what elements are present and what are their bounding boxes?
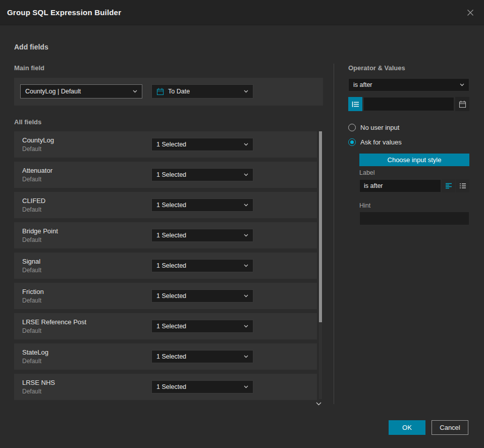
divider <box>334 64 334 404</box>
field-selected-dropdown-label: 1 Selected <box>156 353 186 360</box>
operator-values-heading: Operator & Values <box>348 64 405 72</box>
field-selected-dropdown-label: 1 Selected <box>156 323 186 330</box>
operator-dropdown-value: is after <box>353 81 372 88</box>
chevron-down-icon <box>244 143 248 146</box>
chevron-down-icon <box>244 385 248 388</box>
radio-icon <box>348 138 356 146</box>
field-selected-dropdown-label: 1 Selected <box>156 232 186 239</box>
field-row: Attenuator Default 1 Selected <box>14 162 317 188</box>
field-row: StateLog Default 1 Selected <box>14 343 317 370</box>
field-selected-dropdown[interactable]: 1 Selected <box>151 380 253 393</box>
field-selected-dropdown-label: 1 Selected <box>156 171 186 178</box>
chevron-down-icon <box>244 264 248 267</box>
field-selected-dropdown-label: 1 Selected <box>156 202 186 209</box>
main-field-dropdown-value: CountyLog | Default <box>25 88 81 95</box>
field-selected-dropdown[interactable]: 1 Selected <box>151 229 253 242</box>
radio-no-user-input[interactable]: No user input <box>348 124 399 131</box>
field-row: Signal Default 1 Selected <box>14 253 317 279</box>
field-selected-dropdown[interactable]: 1 Selected <box>151 259 253 272</box>
cancel-button[interactable]: Cancel <box>432 420 468 435</box>
chevron-down-icon <box>460 83 464 86</box>
field-selected-dropdown[interactable]: 1 Selected <box>151 198 253 212</box>
scrollbar-thumb[interactable] <box>319 131 322 322</box>
values-list-button[interactable] <box>348 97 362 111</box>
radio-label: No user input <box>360 124 399 131</box>
field-selected-dropdown-label: 1 Selected <box>156 292 186 300</box>
ok-button[interactable]: OK <box>389 420 425 435</box>
calendar-icon <box>459 101 466 108</box>
chevron-down-icon <box>244 325 248 328</box>
all-fields-label: All fields <box>14 118 41 126</box>
input-style-single-button[interactable] <box>442 179 455 192</box>
date-type-dropdown[interactable]: To Date <box>151 84 253 98</box>
main-field-panel: CountyLog | Default To Date <box>14 78 323 106</box>
field-row: CLIFED Default 1 Selected <box>14 192 317 218</box>
choose-input-style-button[interactable]: Choose input style <box>359 154 469 166</box>
operator-dropdown[interactable]: is after <box>348 78 469 91</box>
radio-ask-for-values[interactable]: Ask for values <box>348 138 402 146</box>
date-type-dropdown-value: To Date <box>168 88 190 95</box>
align-left-icon <box>445 183 452 189</box>
field-selected-dropdown-label: 1 Selected <box>156 262 186 269</box>
chevron-down-icon <box>244 173 248 176</box>
close-icon[interactable] <box>465 7 476 18</box>
hint-label: Hint <box>359 202 370 209</box>
radio-label: Ask for values <box>360 138 402 146</box>
field-selected-dropdown[interactable]: 1 Selected <box>151 138 253 151</box>
group-sql-expression-builder-dialog: Group SQL Expression Builder Add fields … <box>0 0 484 448</box>
field-selected-dropdown[interactable]: 1 Selected <box>151 168 253 181</box>
bulleted-list-icon <box>459 183 466 189</box>
dialog-title: Group SQL Expression Builder <box>7 8 121 17</box>
label-label: Label <box>359 169 375 176</box>
chevron-down-icon <box>244 294 248 297</box>
field-selected-dropdown-label: 1 Selected <box>156 383 186 390</box>
hint-input[interactable] <box>359 212 469 225</box>
chevron-down-icon <box>244 234 248 237</box>
field-row: CountyLog Default 1 Selected <box>14 131 317 158</box>
field-selected-dropdown[interactable]: 1 Selected <box>151 320 253 333</box>
scroll-down-chevron-icon[interactable] <box>316 399 321 408</box>
chevron-down-icon <box>133 90 137 93</box>
all-fields-list: CountyLog Default 1 Selected Attenuator … <box>14 131 317 404</box>
field-row: Bridge Point Default 1 Selected <box>14 222 317 248</box>
calendar-button[interactable] <box>455 97 469 111</box>
chevron-down-icon <box>244 355 248 358</box>
field-selected-dropdown-label: 1 Selected <box>156 141 186 148</box>
field-row: LRSE NHS Default 1 Selected <box>14 374 317 400</box>
field-selected-dropdown[interactable]: 1 Selected <box>151 289 253 303</box>
chevron-down-icon <box>244 204 248 207</box>
field-row: Friction Default 1 Selected <box>14 283 317 309</box>
scrollbar[interactable] <box>319 131 322 399</box>
main-field-label: Main field <box>14 64 44 72</box>
dialog-header: Group SQL Expression Builder <box>0 0 484 25</box>
calendar-icon <box>156 88 164 95</box>
list-icon <box>352 101 359 108</box>
radio-icon <box>348 124 356 131</box>
add-fields-heading: Add fields <box>14 43 48 51</box>
input-style-list-button[interactable] <box>456 179 469 192</box>
main-field-dropdown[interactable]: CountyLog | Default <box>20 84 142 98</box>
chevron-down-icon <box>244 90 248 93</box>
label-input[interactable] <box>359 179 441 192</box>
field-selected-dropdown[interactable]: 1 Selected <box>151 350 253 363</box>
field-row: LRSE Reference Post Default 1 Selected <box>14 313 317 339</box>
value-input[interactable] <box>363 97 454 111</box>
